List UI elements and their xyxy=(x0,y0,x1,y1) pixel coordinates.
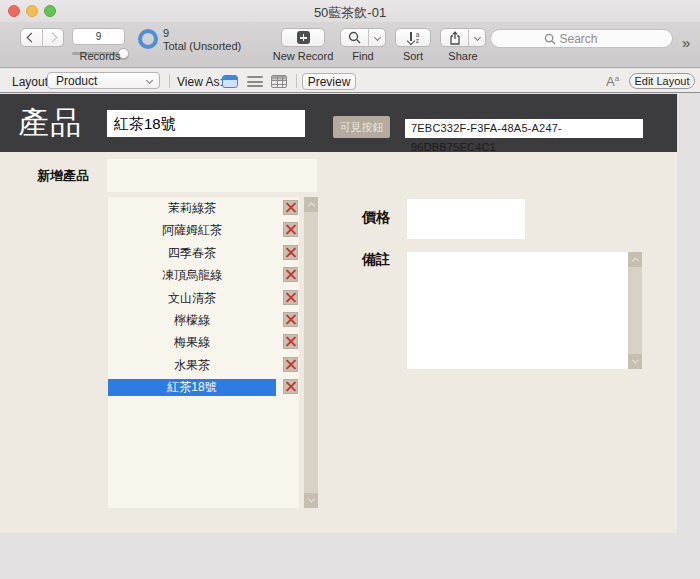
share-button[interactable] xyxy=(440,28,486,47)
list-item-label: 凍頂烏龍綠 xyxy=(162,268,222,282)
search-input[interactable] xyxy=(560,32,620,46)
list-item[interactable]: 紅茶18號 xyxy=(108,379,276,396)
new-record-label: New Record xyxy=(271,50,335,62)
format-letter-small: a xyxy=(615,74,619,83)
records-label: Records xyxy=(57,50,143,62)
chevron-up-icon xyxy=(307,202,314,209)
chevron-down-icon xyxy=(307,496,314,503)
x-icon xyxy=(285,269,296,280)
x-icon xyxy=(285,247,296,258)
total-label: Total (Unsorted) xyxy=(163,40,241,53)
price-field[interactable] xyxy=(407,199,525,239)
table-view-icon[interactable] xyxy=(271,75,287,88)
delete-item-button[interactable] xyxy=(283,312,298,327)
share-dropdown-button[interactable] xyxy=(469,35,485,40)
delete-item-button[interactable] xyxy=(283,267,298,282)
list-item-label: 水果茶 xyxy=(174,358,210,372)
chevron-down-icon xyxy=(474,34,481,41)
visible-button[interactable]: 可見按鈕 xyxy=(333,116,390,138)
list-item[interactable]: 水果茶 xyxy=(108,354,276,376)
list-item-label: 文山清茶 xyxy=(168,291,216,305)
delete-item-button[interactable] xyxy=(283,379,298,394)
find-button[interactable] xyxy=(340,28,386,47)
delete-item-button[interactable] xyxy=(283,200,298,215)
previous-record-button[interactable] xyxy=(21,29,42,46)
notes-scrollbar[interactable] xyxy=(628,252,642,369)
sort-icon: a z xyxy=(407,32,420,44)
list-scrollbar[interactable] xyxy=(304,197,318,508)
edit-layout-button[interactable]: Edit Layout xyxy=(629,73,695,89)
list-item[interactable]: 梅果綠 xyxy=(108,331,276,353)
new-record-button[interactable] xyxy=(281,28,325,47)
chevron-right-icon xyxy=(48,33,58,43)
x-icon xyxy=(285,314,296,325)
add-product-field[interactable] xyxy=(107,159,317,192)
chevron-left-icon xyxy=(27,33,37,43)
record-navigation-control xyxy=(20,28,64,47)
x-icon xyxy=(285,359,296,370)
x-icon xyxy=(285,224,296,235)
search-field[interactable] xyxy=(490,29,673,48)
preview-button[interactable]: Preview xyxy=(302,73,356,90)
toolbar: 9 Records 9 Total (Unsorted) New Record … xyxy=(0,22,700,68)
list-item[interactable]: 檸檬綠 xyxy=(108,309,276,331)
list-view-icon[interactable] xyxy=(247,75,263,88)
current-record-field[interactable]: 9 xyxy=(72,28,125,45)
sort-letters: a z xyxy=(416,32,420,44)
list-item[interactable]: 四季春茶 xyxy=(108,242,276,264)
share-icon xyxy=(441,31,468,45)
app-window: 50藍茶飲-01 9 Records 9 Total (Unsorted) Ne… xyxy=(0,0,700,579)
list-item[interactable]: 茉莉綠茶 xyxy=(108,197,276,219)
scroll-down-button[interactable] xyxy=(304,493,318,508)
delete-item-button[interactable] xyxy=(283,334,298,349)
chevron-down-icon xyxy=(146,77,153,84)
list-item-label: 阿薩姆紅茶 xyxy=(162,223,222,237)
product-list: 茉莉綠茶阿薩姆紅茶四季春茶凍頂烏龍綠文山清茶檸檬綠梅果綠水果茶紅茶18號 xyxy=(108,197,299,508)
form-view-icon[interactable] xyxy=(222,75,238,88)
delete-item-button[interactable] xyxy=(283,245,298,260)
scroll-up-button[interactable] xyxy=(304,197,318,212)
notes-label: 備註 xyxy=(362,251,390,269)
x-icon xyxy=(285,292,296,303)
layout-bar: Layout: Product View As: Preview Aa Edit… xyxy=(0,69,700,93)
notes-field[interactable] xyxy=(407,252,628,369)
layout-header-band: 產品 紅茶18號 可見按鈕 7EBC332F-F3FA-48A5-A247-96… xyxy=(0,94,677,152)
sort-letter-z: z xyxy=(416,38,420,44)
sort-button[interactable]: a z xyxy=(395,28,431,47)
layout-popup[interactable]: Product xyxy=(47,72,160,89)
delete-item-button[interactable] xyxy=(283,290,298,305)
list-item[interactable]: 阿薩姆紅茶 xyxy=(108,219,276,241)
scroll-up-button[interactable] xyxy=(628,252,642,267)
window-title: 50藍茶飲-01 xyxy=(0,4,700,22)
list-item[interactable]: 凍頂烏龍綠 xyxy=(108,264,276,286)
price-label: 價格 xyxy=(362,209,390,227)
toolbar-overflow-button[interactable]: » xyxy=(682,34,689,51)
plus-icon xyxy=(297,31,310,44)
x-icon xyxy=(285,381,296,392)
next-record-button[interactable] xyxy=(42,29,63,46)
layout-body: 新增產品 茉莉綠茶阿薩姆紅茶四季春茶凍頂烏龍綠文山清茶檸檬綠梅果綠水果茶紅茶18… xyxy=(0,152,677,533)
sort-label: Sort xyxy=(393,50,433,62)
delete-item-button[interactable] xyxy=(283,357,298,372)
x-icon xyxy=(285,202,296,213)
scroll-down-button[interactable] xyxy=(628,354,642,369)
list-item[interactable]: 文山清茶 xyxy=(108,287,276,309)
found-set-pie-icon[interactable] xyxy=(138,29,158,49)
uuid-field[interactable]: 7EBC332F-F3FA-48A5-A247-96DBB75EC4C1 xyxy=(405,119,643,138)
formatting-bar-icon[interactable]: Aa xyxy=(606,74,619,89)
product-name-field[interactable]: 紅茶18號 xyxy=(107,110,305,137)
list-item-label: 四季春茶 xyxy=(168,246,216,260)
list-item-label: 茉莉綠茶 xyxy=(168,201,216,215)
list-item-label: 紅茶18號 xyxy=(167,380,216,394)
arrow-down-icon xyxy=(407,32,415,44)
title-bar: 50藍茶飲-01 xyxy=(0,0,700,22)
chevron-down-icon xyxy=(631,357,638,364)
share-label: Share xyxy=(440,50,486,62)
list-item-label: 梅果綠 xyxy=(174,335,210,349)
delete-item-button[interactable] xyxy=(283,222,298,237)
find-dropdown-button[interactable] xyxy=(369,35,385,40)
chevron-down-icon xyxy=(374,34,381,41)
total-count: 9 xyxy=(163,27,241,40)
divider xyxy=(169,74,170,88)
add-product-label: 新增產品 xyxy=(37,167,89,185)
